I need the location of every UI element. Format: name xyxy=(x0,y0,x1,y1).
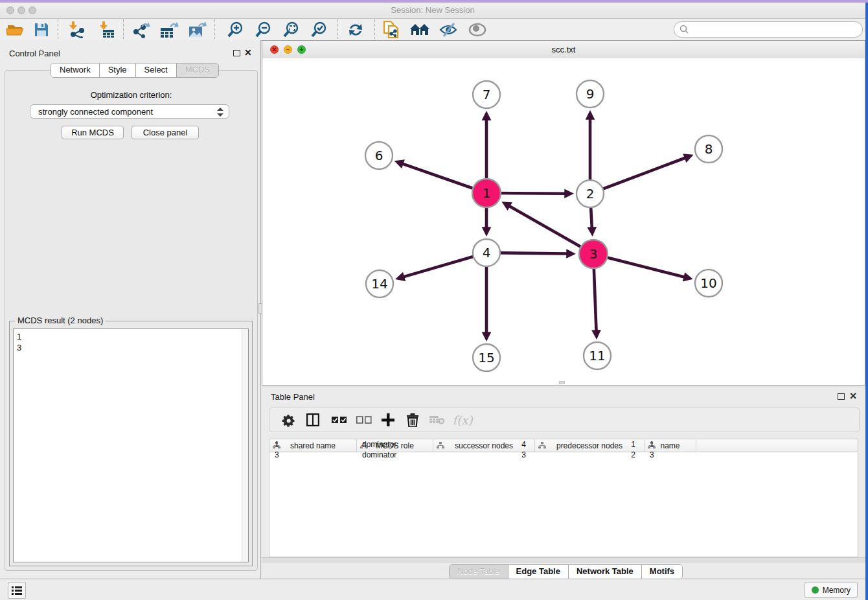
first-neighbors-icon[interactable] xyxy=(409,20,431,40)
svg-text:8: 8 xyxy=(705,141,713,157)
close-panel-icon[interactable]: ✕ xyxy=(244,47,252,58)
cell-successor-nodes[interactable]: 4 xyxy=(433,439,535,450)
table-panel-footer xyxy=(262,557,865,563)
graph-node-9[interactable]: 9 xyxy=(577,80,604,108)
tab-node-table[interactable]: Node Table xyxy=(450,565,508,579)
main-titlebar: Session: New Session xyxy=(0,3,865,19)
task-history-button[interactable] xyxy=(8,582,26,599)
toolbar-separator xyxy=(214,19,215,39)
graph-node-1[interactable]: 1 xyxy=(472,179,501,207)
svg-text:2: 2 xyxy=(586,186,595,202)
svg-text:14: 14 xyxy=(371,276,387,292)
network-titlebar[interactable]: ✕ − + scc.txt xyxy=(262,41,865,59)
canvas-scrollbar-handle[interactable] xyxy=(559,381,565,384)
network-canvas[interactable]: 7968124314101511 xyxy=(262,58,865,385)
export-table-icon[interactable] xyxy=(158,20,180,40)
import-network-icon[interactable] xyxy=(65,20,87,40)
delete-row-trash-icon[interactable] xyxy=(404,408,421,432)
memory-label: Memory xyxy=(823,586,851,595)
svg-text:9: 9 xyxy=(586,86,595,102)
function-builder-icon[interactable]: f(x) xyxy=(451,408,474,432)
cell-MCDS-role[interactable]: dominator xyxy=(357,439,433,450)
show-hidden-icon[interactable] xyxy=(466,20,488,40)
svg-text:1: 1 xyxy=(483,185,491,201)
svg-text:15: 15 xyxy=(478,350,494,365)
svg-text:11: 11 xyxy=(589,348,605,363)
open-folder-icon[interactable] xyxy=(4,20,26,40)
svg-text:10: 10 xyxy=(700,275,716,291)
table-row[interactable]: 3dominator323 xyxy=(269,450,858,460)
cell-shared-name[interactable]: 3 xyxy=(269,450,357,460)
search-input[interactable] xyxy=(674,21,863,38)
clone-network-icon[interactable] xyxy=(380,20,402,40)
toolbar-separator xyxy=(58,19,58,39)
export-image-icon[interactable] xyxy=(187,20,209,40)
mcds-result-group: MCDS result (2 nodes) 13 xyxy=(9,321,253,566)
add-row-icon[interactable] xyxy=(379,408,397,432)
tab-network-table[interactable]: Network Table xyxy=(569,565,642,579)
cell-shared-name[interactable]: 1 xyxy=(269,439,357,450)
graph-node-14[interactable]: 14 xyxy=(366,270,393,297)
graph-node-4[interactable]: 4 xyxy=(473,239,500,266)
table-row[interactable]: 1dominator411 xyxy=(269,439,858,450)
refresh-layout-icon[interactable] xyxy=(345,20,367,40)
svg-text:3: 3 xyxy=(589,246,598,262)
save-session-icon[interactable] xyxy=(30,20,52,40)
app-window: Session: New Session xyxy=(0,3,865,600)
table-settings-gear-icon[interactable] xyxy=(280,408,297,432)
zoom-selected-icon[interactable] xyxy=(308,20,330,40)
zoom-out-icon[interactable] xyxy=(252,20,274,40)
svg-text:6: 6 xyxy=(375,148,383,163)
zoom-in-icon[interactable] xyxy=(224,20,246,40)
select-all-icon[interactable] xyxy=(330,408,348,432)
tab-select[interactable]: Select xyxy=(136,63,177,77)
optimization-criterion-select[interactable]: strongly connected component xyxy=(30,104,229,119)
graph-node-15[interactable]: 15 xyxy=(473,344,500,371)
result-scrollbar[interactable] xyxy=(242,329,248,562)
export-network-icon[interactable] xyxy=(130,20,152,40)
svg-text:4: 4 xyxy=(483,245,491,260)
tab-edge-table[interactable]: Edge Table xyxy=(508,565,569,579)
graph-node-7[interactable]: 7 xyxy=(473,81,500,108)
float-panel-icon[interactable] xyxy=(233,50,240,56)
desktop-edge-right xyxy=(865,3,868,600)
memory-status-icon xyxy=(812,586,819,594)
mcds-tab-content: Optimization criterion: strongly connect… xyxy=(5,70,258,571)
close-panel-button[interactable]: Close panel xyxy=(131,126,199,139)
cell-predecessor-nodes[interactable]: 1 xyxy=(535,439,645,450)
tab-style[interactable]: Style xyxy=(100,63,136,77)
graph-node-8[interactable]: 8 xyxy=(695,135,722,163)
network-title: scc.txt xyxy=(262,45,865,54)
close-table-panel-icon[interactable]: ✕ xyxy=(849,391,857,401)
import-table-icon[interactable] xyxy=(96,20,118,40)
graph-node-2[interactable]: 2 xyxy=(577,180,604,207)
graph-node-3[interactable]: 3 xyxy=(579,240,608,268)
optimization-criterion-label: Optimization criterion: xyxy=(5,90,257,100)
run-mcds-button[interactable]: Run MCDS xyxy=(62,126,124,139)
show-columns-icon[interactable] xyxy=(304,408,321,432)
graph-edge-2-8[interactable] xyxy=(590,158,685,194)
table-body: 1dominator4113dominator323 xyxy=(269,439,858,460)
cell-successor-nodes[interactable]: 3 xyxy=(433,450,535,460)
graph-node-11[interactable]: 11 xyxy=(584,342,611,369)
delete-column-icon[interactable] xyxy=(428,408,446,432)
tab-mcds[interactable]: MCDS xyxy=(177,63,218,77)
tab-motifs[interactable]: Motifs xyxy=(642,565,682,579)
deselect-all-icon[interactable] xyxy=(355,408,373,432)
graph-node-6[interactable]: 6 xyxy=(365,142,393,169)
graph-node-10[interactable]: 10 xyxy=(695,270,722,297)
float-table-panel-icon[interactable] xyxy=(838,393,845,400)
cell-name[interactable]: 1 xyxy=(645,439,696,450)
result-line: 3 xyxy=(17,342,248,353)
tab-network[interactable]: Network xyxy=(51,63,100,77)
cell-MCDS-role[interactable]: dominator xyxy=(357,450,433,460)
control-panel: Control Panel ✕ NetworkStyleSelectMCDS O… xyxy=(0,40,261,581)
cell-predecessor-nodes[interactable]: 2 xyxy=(535,450,645,460)
hide-selected-icon[interactable] xyxy=(437,20,459,40)
table-panel: Table Panel ✕ f(x) xyxy=(262,388,865,581)
zoom-fit-icon[interactable] xyxy=(280,20,302,40)
cell-name[interactable]: 3 xyxy=(645,450,696,460)
table-tabs: Node TableEdge TableNetwork TableMotifs xyxy=(449,564,683,579)
mcds-result-textarea[interactable]: 13 xyxy=(13,329,249,562)
memory-button[interactable]: Memory xyxy=(805,582,858,598)
